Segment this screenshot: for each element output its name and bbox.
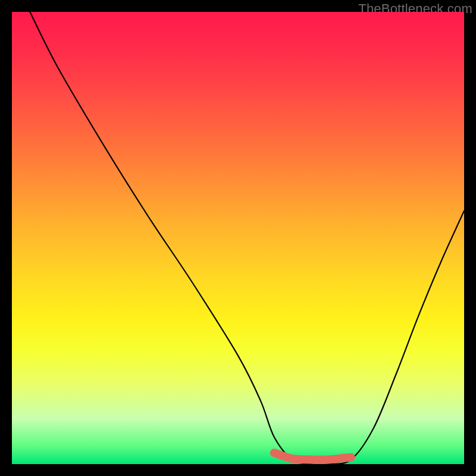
- curve-layer: [12, 12, 464, 464]
- plot-area: [12, 12, 464, 464]
- bottleneck-curve-path: [30, 12, 464, 464]
- chart-stage: TheBottleneck.com: [0, 0, 476, 476]
- optimal-zone-path: [274, 453, 351, 460]
